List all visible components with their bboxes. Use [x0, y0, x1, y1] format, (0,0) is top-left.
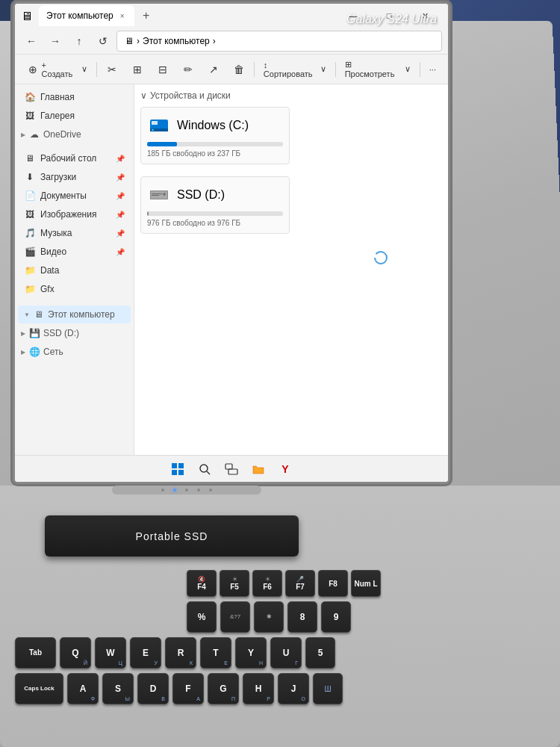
n5-main: 5 — [318, 648, 323, 657]
drives-grid: Windows (C:) 185 ГБ свободно из 237 ГБ — [140, 107, 442, 234]
key-f6[interactable]: ☀ F6 — [252, 570, 282, 597]
key-a[interactable]: A Ф — [67, 673, 99, 704]
key-t[interactable]: T Е — [200, 637, 231, 669]
sort-button[interactable]: ↕ Сортировать ∨ — [258, 58, 332, 81]
key-percent[interactable]: % — [187, 601, 217, 633]
key-tab[interactable]: Tab — [15, 637, 56, 669]
drive-c-fill — [147, 142, 177, 146]
amp-sub: &?7 — [230, 614, 240, 620]
paste-button[interactable]: ⊟ — [151, 58, 175, 81]
g-cyrillic: П — [231, 696, 235, 701]
key-numlock[interactable]: Num L — [351, 570, 381, 597]
fn-row: 🔇 F4 ☀ F5 ☀ F6 🎤 F7 F8 Num L — [187, 570, 545, 597]
more-button[interactable]: ··· — [423, 58, 442, 81]
key-d[interactable]: D В — [137, 673, 169, 704]
key-r[interactable]: R К — [165, 637, 196, 669]
drive-d-fill — [147, 211, 149, 216]
title-tab[interactable]: Этот компьютер × — [39, 5, 134, 26]
taskbar-taskview[interactable] — [221, 459, 242, 480]
indicator-2 — [173, 489, 176, 492]
sidebar-item-gallery[interactable]: 🖼 Галерея — [18, 107, 131, 125]
ssd-drive-icon: 💾 — [28, 327, 40, 339]
create-button[interactable]: ⊕ + Создать ∨ — [21, 58, 93, 81]
key-caps-lock[interactable]: Caps Lock — [15, 673, 63, 704]
delete-icon: 🗑 — [233, 63, 245, 75]
key-f[interactable]: F А — [172, 673, 204, 704]
drive-d-header: SSD (D:) — [147, 183, 283, 207]
f4-label: F4 — [197, 583, 206, 591]
s-main: S — [115, 684, 121, 693]
sidebar-item-gfx[interactable]: 📁 Gfx — [18, 280, 131, 298]
sidebar-item-music[interactable]: 🎵 Музыка 📌 — [18, 224, 131, 242]
key-8[interactable]: 8 — [287, 601, 317, 633]
drive-d-name: SSD (D:) — [177, 188, 225, 202]
scissors-button[interactable]: ✂ — [100, 58, 124, 81]
key-f7[interactable]: 🎤 F7 — [285, 570, 315, 597]
indicator-strip — [112, 486, 261, 495]
u-main: U — [283, 648, 290, 657]
pin-icon-5: 📌 — [116, 229, 125, 238]
key-5-num[interactable]: 5 — [305, 637, 335, 669]
back-button[interactable]: ← — [21, 31, 42, 52]
new-tab-button[interactable]: + — [137, 7, 155, 25]
taskbar-browser[interactable]: Y — [275, 459, 296, 480]
drive-d[interactable]: SSD (D:) 976 ГБ свободно из 976 ГБ — [140, 176, 290, 234]
sidebar-onedrive[interactable]: ▶ ☁ OneDrive — [15, 125, 134, 143]
desktop-label: Рабочий стол — [40, 153, 96, 164]
qwerty-row: Tab Q Й W Ц E У R К T Е Y Н U Г — [15, 637, 545, 669]
sidebar-ssd[interactable]: ▶ 💾 SSD (D:) — [15, 324, 134, 342]
create-icon: ⊕ — [27, 63, 38, 75]
address-path[interactable]: 🖥 › Этот компьютер › — [116, 31, 442, 52]
rename-button[interactable]: ✏ — [176, 58, 200, 81]
key-g[interactable]: G П — [208, 673, 239, 704]
forward-button[interactable]: → — [45, 31, 66, 52]
number-row: % &?7 ✱ 8 9 — [187, 601, 545, 633]
key-asterisk[interactable]: ✱ — [254, 601, 284, 633]
sidebar-network[interactable]: ▶ 🌐 Сеть — [15, 343, 134, 361]
up-button[interactable]: ↑ — [69, 31, 90, 52]
svg-rect-11 — [178, 463, 184, 468]
key-j[interactable]: J О — [278, 673, 309, 704]
delete-button[interactable]: 🗑 — [227, 58, 251, 81]
indicator-1 — [161, 489, 164, 492]
key-ampersand[interactable]: &?7 — [220, 601, 250, 633]
sidebar-item-documents[interactable]: 📄 Документы 📌 — [18, 187, 131, 205]
share-button[interactable]: ↗ — [202, 58, 225, 81]
key-s[interactable]: S Ы — [102, 673, 134, 704]
copy-button[interactable]: ⊞ — [125, 58, 149, 81]
taskbar-search[interactable] — [194, 459, 215, 480]
sidebar-item-video[interactable]: 🎬 Видео 📌 — [18, 243, 131, 261]
sidebar-this-pc[interactable]: ▼ 🖥 Этот компьютер — [18, 306, 131, 323]
tab-close-button[interactable]: × — [118, 11, 127, 20]
taskbar-start[interactable] — [167, 459, 188, 480]
j-cyrillic: О — [302, 696, 305, 701]
key-f8[interactable]: F8 — [318, 570, 348, 597]
more-icon: ··· — [429, 65, 436, 74]
refresh-button[interactable]: ↺ — [93, 31, 113, 52]
sidebar-item-home[interactable]: 🏠 Главная — [18, 88, 131, 106]
key-h[interactable]: H Р — [243, 673, 274, 704]
key-y[interactable]: Y Н — [235, 637, 267, 669]
key-q[interactable]: Q Й — [60, 637, 91, 669]
key-f4[interactable]: 🔇 F4 — [187, 570, 217, 597]
data-label: Data — [40, 265, 59, 276]
indicator-3 — [185, 489, 188, 492]
sidebar-item-desktop[interactable]: 🖥 Рабочий стол 📌 — [18, 149, 131, 167]
k8-main: 8 — [300, 613, 305, 622]
music-icon: 🎵 — [24, 227, 36, 239]
key-e[interactable]: E У — [130, 637, 161, 669]
sidebar-item-pictures[interactable]: 🖼 Изображения 📌 — [18, 205, 131, 223]
sidebar-item-data[interactable]: 📁 Data — [18, 261, 131, 279]
t-cyrillic: Е — [224, 660, 228, 666]
view-button[interactable]: ⊞ Просмотреть ∨ — [339, 58, 417, 81]
sidebar-item-downloads[interactable]: ⬇ Загрузки 📌 — [18, 168, 131, 186]
path-label: Этот компьютер — [143, 36, 210, 46]
key-u[interactable]: U Г — [270, 637, 302, 669]
drive-c[interactable]: Windows (C:) 185 ГБ свободно из 237 ГБ — [140, 107, 290, 164]
key-9[interactable]: 9 — [321, 601, 351, 633]
key-f5[interactable]: ☀ F5 — [220, 570, 249, 597]
rename-icon: ✏ — [182, 63, 194, 75]
key-l-extra[interactable]: Ш — [313, 673, 343, 704]
key-w[interactable]: W Ц — [95, 637, 126, 669]
taskbar-explorer[interactable] — [248, 459, 269, 480]
